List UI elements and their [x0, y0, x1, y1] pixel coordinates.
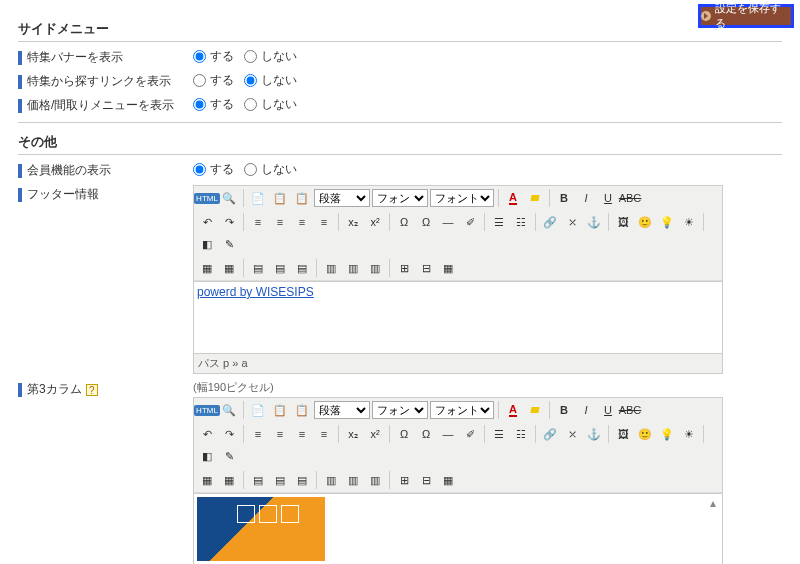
col-before-icon[interactable]: ▥ [321, 470, 341, 490]
col-before-icon[interactable]: ▥ [321, 258, 341, 278]
clear-format-icon[interactable]: ✐ [460, 212, 480, 232]
brush-icon[interactable]: ✎ [219, 234, 239, 254]
bold-button[interactable]: B [554, 400, 574, 420]
merge-icon[interactable]: ⊞ [394, 258, 414, 278]
col-delete-icon[interactable]: ▥ [365, 258, 385, 278]
omega2-icon[interactable]: Ω [416, 212, 436, 232]
radio-member-no[interactable]: しない [244, 161, 297, 178]
row-before-icon[interactable]: ▤ [248, 258, 268, 278]
link-icon[interactable]: 🔗 [540, 212, 560, 232]
ol-icon[interactable]: ☷ [511, 212, 531, 232]
smiley-icon[interactable]: 🙂 [635, 212, 655, 232]
font-select[interactable]: フォント [372, 189, 428, 207]
smiley-icon[interactable]: 🙂 [635, 424, 655, 444]
hr-icon[interactable]: — [438, 212, 458, 232]
subscript-icon[interactable]: x₂ [343, 424, 363, 444]
format-select[interactable]: 段落 [314, 401, 370, 419]
html-source-button[interactable]: HTML [197, 188, 217, 208]
undo-icon[interactable]: ↶ [197, 212, 217, 232]
eraser-icon[interactable]: ◧ [197, 234, 217, 254]
align-center-icon[interactable]: ≡ [270, 212, 290, 232]
underline-button[interactable]: U [598, 188, 618, 208]
align-right-icon[interactable]: ≡ [292, 212, 312, 232]
superscript-icon[interactable]: x² [365, 212, 385, 232]
paste-icon[interactable]: 📋 [270, 188, 290, 208]
copy-icon[interactable]: 📄 [248, 400, 268, 420]
italic-button[interactable]: I [576, 188, 596, 208]
table-props-icon[interactable]: ▦ [219, 470, 239, 490]
superscript-icon[interactable]: x² [365, 424, 385, 444]
table-props-icon[interactable]: ▦ [219, 258, 239, 278]
save-settings-button[interactable]: 設定を保存する [698, 4, 794, 28]
col-after-icon[interactable]: ▥ [343, 258, 363, 278]
radio-price-plan-no[interactable]: しない [244, 96, 297, 113]
cell-props-icon[interactable]: ▦ [438, 470, 458, 490]
paste-icon[interactable]: 📋 [270, 400, 290, 420]
image-icon[interactable]: 🖼 [613, 212, 633, 232]
redo-icon[interactable]: ↷ [219, 424, 239, 444]
row-after-icon[interactable]: ▤ [270, 258, 290, 278]
align-justify-icon[interactable]: ≡ [314, 212, 334, 232]
subscript-icon[interactable]: x₂ [343, 212, 363, 232]
cell-props-icon[interactable]: ▦ [438, 258, 458, 278]
align-left-icon[interactable]: ≡ [248, 424, 268, 444]
strike-button[interactable]: ABC [620, 188, 640, 208]
ul-icon[interactable]: ☰ [489, 424, 509, 444]
format-select[interactable]: 段落 [314, 189, 370, 207]
undo-icon[interactable]: ↶ [197, 424, 217, 444]
fontsize-select[interactable]: フォントの大き [430, 401, 494, 419]
footer-content-link[interactable]: powerd by WISESIPS [197, 285, 314, 299]
paste-text-icon[interactable]: 📋 [292, 188, 312, 208]
strike-button[interactable]: ABC [620, 400, 640, 420]
underline-button[interactable]: U [598, 400, 618, 420]
hr-icon[interactable]: — [438, 424, 458, 444]
textcolor-button[interactable]: A [503, 188, 523, 208]
brush-icon[interactable]: ✎ [219, 446, 239, 466]
footer-editor-body[interactable]: powerd by WISESIPS [194, 281, 722, 353]
anchor-icon[interactable]: ⚓ [584, 212, 604, 232]
radio-searchlink-yes[interactable]: する [193, 72, 234, 89]
omega2-icon[interactable]: Ω [416, 424, 436, 444]
html-source-button[interactable]: HTML [197, 400, 217, 420]
copy-icon[interactable]: 📄 [248, 188, 268, 208]
unlink-icon[interactable]: ⤫ [562, 424, 582, 444]
bulb-icon[interactable]: 💡 [657, 212, 677, 232]
bgcolor-button[interactable] [525, 188, 545, 208]
bold-button[interactable]: B [554, 188, 574, 208]
fontsize-select[interactable]: フォントの大き [430, 189, 494, 207]
redo-icon[interactable]: ↷ [219, 212, 239, 232]
italic-button[interactable]: I [576, 400, 596, 420]
row-delete-icon[interactable]: ▤ [292, 258, 312, 278]
align-justify-icon[interactable]: ≡ [314, 424, 334, 444]
bulb-icon[interactable]: 💡 [657, 424, 677, 444]
help-icon[interactable]: ? [86, 384, 98, 396]
align-right-icon[interactable]: ≡ [292, 424, 312, 444]
preview-icon[interactable]: 🔍 [219, 400, 239, 420]
ul-icon[interactable]: ☰ [489, 212, 509, 232]
col3-editor-body[interactable]: ▴ ▾ 最新情報はこちらから [194, 493, 722, 564]
merge-icon[interactable]: ⊞ [394, 470, 414, 490]
textcolor-button[interactable]: A [503, 400, 523, 420]
clear-format-icon[interactable]: ✐ [460, 424, 480, 444]
ol-icon[interactable]: ☷ [511, 424, 531, 444]
table-icon[interactable]: ▦ [197, 258, 217, 278]
radio-price-plan-yes[interactable]: する [193, 96, 234, 113]
scroll-up-icon[interactable]: ▴ [706, 496, 720, 510]
font-select[interactable]: フォント [372, 401, 428, 419]
align-center-icon[interactable]: ≡ [270, 424, 290, 444]
eraser-icon[interactable]: ◧ [197, 446, 217, 466]
col-delete-icon[interactable]: ▥ [365, 470, 385, 490]
unlink-icon[interactable]: ⤫ [562, 212, 582, 232]
radio-searchlink-no[interactable]: しない [244, 72, 297, 89]
radio-member-yes[interactable]: する [193, 161, 234, 178]
image-icon[interactable]: 🖼 [613, 424, 633, 444]
paste-text-icon[interactable]: 📋 [292, 400, 312, 420]
preview-icon[interactable]: 🔍 [219, 188, 239, 208]
sun-icon[interactable]: ☀ [679, 212, 699, 232]
bgcolor-button[interactable] [525, 400, 545, 420]
table-icon[interactable]: ▦ [197, 470, 217, 490]
split-icon[interactable]: ⊟ [416, 470, 436, 490]
row-after-icon[interactable]: ▤ [270, 470, 290, 490]
split-icon[interactable]: ⊟ [416, 258, 436, 278]
anchor-icon[interactable]: ⚓ [584, 424, 604, 444]
